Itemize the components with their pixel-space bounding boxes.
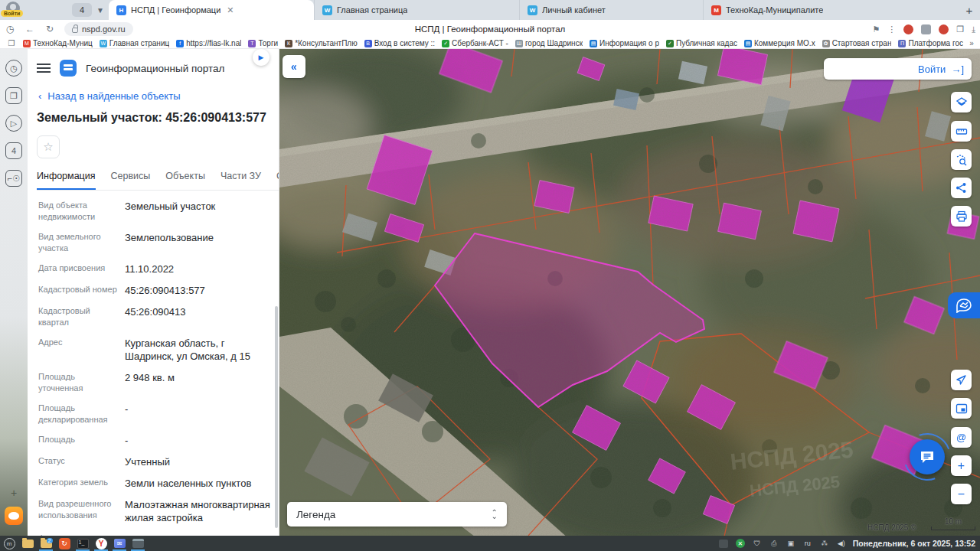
share-button[interactable] — [951, 178, 972, 198]
collapse-panel-button[interactable]: « — [283, 55, 305, 78]
tab-groups-icon[interactable]: 4 — [5, 142, 22, 159]
downloads-icon[interactable]: ⤓ — [972, 24, 975, 34]
history-clock-icon[interactable]: ◷ — [0, 24, 20, 34]
mail-app-button[interactable]: ✉ — [110, 536, 129, 551]
more-dots-icon[interactable]: ⋮ — [887, 24, 896, 34]
map-viewport[interactable]: НСПД 2025 НСПД 2025 « Войти →] — [279, 49, 980, 536]
url-field[interactable]: nspd.gov.ru — [64, 22, 133, 36]
browser-tab[interactable]: Н НСПД | Геоинформаци ✕ — [109, 0, 314, 20]
bookmark-item[interactable]: ✓ Сбербанк-АСТ - — [442, 39, 508, 47]
bookmark-item[interactable]: ▤ Коммерция МО.х — [744, 39, 815, 47]
extension-icon[interactable] — [903, 24, 913, 34]
terminal-app-button[interactable]: 1_ — [74, 536, 92, 551]
bookmark-item[interactable]: К *КонсультантПлю — [285, 39, 358, 47]
files-app-button[interactable] — [18, 536, 37, 551]
print-button[interactable] — [951, 206, 972, 227]
tab-close-icon[interactable]: ✕ — [227, 5, 234, 15]
volume-icon[interactable]: ◀) — [836, 539, 847, 549]
bookmark-item[interactable]: Т Торги — [248, 39, 278, 47]
map-login-button[interactable]: Войти →] — [824, 58, 972, 80]
info-panel: Геоинформационный портал ‹ Назад в найде… — [28, 49, 279, 536]
minimap-button[interactable] — [951, 398, 972, 419]
bookmark-label: Платформа госуд — [908, 39, 963, 47]
bookmark-label: Публичная кадас — [676, 39, 737, 47]
browser-tab-bar: Войти 4 ▼ Н НСПД | Геоинформаци ✕ W Глав… — [0, 0, 980, 20]
locate-me-button[interactable] — [951, 370, 972, 390]
history-sidebar-icon[interactable]: ◷ — [5, 60, 22, 77]
panel-tab[interactable]: Объекты — [165, 171, 205, 190]
browser-tab[interactable]: W Личный кабинет ✕ — [519, 0, 703, 20]
tab-count-button[interactable]: 4 — [72, 3, 92, 17]
window-app-button[interactable] — [129, 536, 147, 551]
tabs-scroll-arrow-button[interactable]: ▶ — [253, 49, 270, 66]
feedback-at-button[interactable]: @ — [951, 427, 972, 448]
panel-tab[interactable]: Сервисы — [111, 171, 151, 190]
bookmark-item[interactable]: П Платформа госуд — [898, 39, 963, 47]
bookmark-item[interactable]: В Вход в систему :: — [364, 39, 435, 47]
panel-tab[interactable]: Соста — [276, 171, 279, 190]
map-mode-tab-button[interactable] — [948, 292, 980, 318]
alice-assistant-icon[interactable] — [5, 507, 23, 525]
area-search-button[interactable] — [951, 149, 972, 170]
field-row: Категория земель Земли населенных пункто… — [38, 477, 274, 490]
bookmark-item[interactable]: ▤ Информация о р — [590, 39, 659, 47]
bookmark-flag-icon[interactable]: ⚑ — [872, 24, 880, 34]
tray-box-icon[interactable] — [718, 539, 729, 549]
legend-dropdown[interactable]: Легенда ⌃⌄ — [287, 502, 507, 527]
bookmarks-overflow-chevron[interactable]: » — [963, 39, 980, 47]
language-indicator[interactable]: ru — [802, 539, 813, 549]
field-label: Вид объекта недвижимости — [38, 200, 117, 223]
browser-tab[interactable]: W Главная страница ✕ — [314, 0, 519, 20]
bookmark-item[interactable]: W Главная страниц — [100, 39, 169, 47]
screenshare-icon[interactable]: ⌐☉ — [5, 170, 22, 187]
panel-scrollbar[interactable] — [275, 306, 278, 528]
side-panel-icon[interactable]: ❐ — [0, 39, 23, 47]
measure-button[interactable] — [951, 121, 972, 142]
bookmark-item[interactable]: f https://fias-lk.nal — [176, 39, 241, 47]
strip-plus-icon[interactable]: + — [11, 487, 17, 499]
zoom-out-button[interactable]: − — [951, 484, 972, 504]
layers-button[interactable] — [951, 92, 972, 112]
back-to-results-link[interactable]: ‹ Назад в найденные объекты — [28, 77, 279, 102]
chat-button[interactable] — [910, 439, 945, 474]
favorite-star-button[interactable]: ☆ — [37, 135, 60, 158]
extension3-icon[interactable] — [939, 24, 949, 34]
bookmark-item[interactable]: ✓ Публичная кадас — [666, 39, 737, 47]
files2-app-button[interactable]: 2 — [37, 536, 55, 551]
window-app-icon — [132, 539, 144, 548]
menu-burger-icon[interactable] — [37, 64, 51, 73]
bookmark-label: Торги — [258, 39, 278, 47]
yandex-browser-button[interactable]: Y — [92, 536, 110, 551]
bookmark-favicon: К — [285, 40, 292, 47]
panel-tab[interactable]: Части ЗУ — [220, 171, 261, 190]
network-icon[interactable]: ⁂ — [819, 539, 830, 549]
tray-battery-icon[interactable]: ▣ — [786, 539, 796, 549]
mint-menu-button[interactable]: m — [0, 536, 18, 551]
login-label: Войти — [918, 64, 946, 75]
collections-icon[interactable]: ❐ — [956, 24, 964, 34]
play-sidebar-icon[interactable]: ▷ — [5, 115, 22, 132]
field-label: Статус — [38, 455, 117, 468]
tray-printer-icon[interactable]: ⎙ — [769, 539, 779, 549]
bookmark-item[interactable]: М ТехноКад-Муниц — [23, 39, 93, 47]
browser-tab[interactable]: М ТехноКад-Муниципалите ✕ — [703, 0, 831, 20]
bookmark-item[interactable]: ✿ Стартовая стран — [822, 39, 892, 47]
browser-side-strip: ◷ ❐ ▷ 4 ⌐☉ + — [0, 49, 28, 536]
bookmark-favicon: W — [100, 40, 107, 47]
tray-shield-icon[interactable]: 🛡 — [752, 539, 763, 549]
zoom-in-button[interactable]: + — [951, 455, 972, 476]
tray-x-icon[interactable]: ✕ — [735, 539, 746, 549]
back-icon[interactable]: ← — [20, 24, 40, 34]
panel-tab[interactable]: Информация — [37, 171, 96, 190]
reload-icon[interactable]: ↻ — [40, 24, 60, 34]
bookmark-item[interactable]: Ш город Шадринск — [515, 39, 583, 47]
new-tab-button[interactable]: + — [959, 4, 980, 17]
bookmark-label: Коммерция МО.х — [754, 39, 815, 47]
tab-favicon: М — [711, 5, 721, 15]
browser-profile[interactable]: Войти — [0, 0, 28, 20]
tab-list-chevron-icon[interactable]: ▼ — [92, 6, 109, 15]
windows-sidebar-icon[interactable]: ❐ — [5, 87, 22, 104]
printer-icon — [956, 210, 968, 223]
extension2-icon[interactable] — [921, 24, 931, 34]
orange-app-button[interactable]: ↻ — [55, 536, 74, 551]
